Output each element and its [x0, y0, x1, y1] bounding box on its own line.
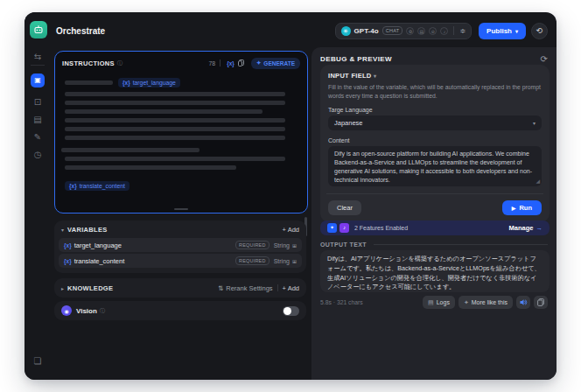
divider — [220, 60, 220, 66]
sidebar-item-monitoring-icon[interactable]: ◷ — [24, 149, 51, 161]
variable-glyph: {x} — [122, 80, 130, 86]
model-switch-icon[interactable]: ⇆ — [24, 51, 51, 63]
logs-button[interactable]: ▤ Logs — [423, 296, 455, 309]
sidebar-item-annotation-icon[interactable]: ✎ — [24, 131, 51, 144]
debug-preview-title: DEBUG & PREVIEW — [320, 55, 392, 63]
resize-handle[interactable] — [174, 208, 188, 210]
desktop: ⇆ ▣ ⊡ ▤ ✎ ◷ ❏ Orchestrate ✳ GPT-4o CHAT … — [0, 0, 581, 392]
instructions-panel[interactable]: INSTRUCTIONS ⓘ 78 {x} ✦ GENERATE { — [54, 51, 308, 214]
redacted-text-line — [61, 148, 200, 152]
publish-label: Publish — [486, 27, 512, 35]
input-field-card: INPUT FIELD ▾ Fill in the value of the v… — [320, 65, 550, 222]
output-text: Difyは、AIアプリケーションを構築するためのオープンソースプラットフォームで… — [327, 255, 541, 290]
chevron-down-icon[interactable]: ▾ — [61, 227, 64, 233]
rail-divider — [31, 65, 45, 66]
copy-prompt-icon[interactable] — [238, 60, 244, 67]
variables-title: VARIABLES — [67, 226, 107, 234]
logs-icon: ▤ — [428, 299, 434, 306]
variable-name: translate_content — [74, 257, 125, 265]
more-like-this-label: More like this — [472, 299, 508, 305]
left-rail: ⇆ ▣ ⊡ ▤ ✎ ◷ ❏ — [24, 12, 51, 380]
content-textarea[interactable]: Dify is an open-source platform for buil… — [328, 146, 542, 186]
app-window: ⇆ ▣ ⊡ ▤ ✎ ◷ ❏ Orchestrate ✳ GPT-4o CHAT … — [24, 12, 556, 380]
redacted-text-line — [65, 165, 236, 170]
redacted-text-line — [65, 157, 285, 161]
clear-button[interactable]: Clear — [328, 200, 361, 215]
variable-settings-icon[interactable]: ⊞ — [292, 258, 297, 264]
generate-label: GENERATE — [263, 60, 295, 66]
text-to-speech-button[interactable] — [516, 296, 530, 309]
target-language-value: Japanese — [334, 119, 363, 127]
prompt-char-count: 78 — [208, 60, 215, 66]
capability-icon-2: ▤ — [417, 27, 425, 35]
app-logo-robot-icon[interactable] — [30, 21, 47, 38]
publish-button[interactable]: Publish ▾ — [479, 23, 526, 39]
redacted-text-line — [65, 118, 285, 122]
copy-icon — [537, 298, 544, 306]
variable-type: String — [274, 258, 290, 264]
manage-features-button[interactable]: Manage — [509, 224, 534, 232]
sidebar-item-orchestrate[interactable]: ▣ — [31, 74, 45, 88]
version-history-button[interactable]: ⟲ — [531, 23, 548, 39]
capability-icon-3: ⊘ — [429, 27, 437, 35]
vision-eye-icon: ◉ — [61, 305, 72, 316]
top-bar: Orchestrate ✳ GPT-4o CHAT ⚙ ▤ ⊘ ♪ ≑ Publ… — [51, 12, 556, 49]
variable-token-target-language[interactable]: {x} target_language — [118, 78, 180, 88]
target-language-label: Targe Language — [328, 107, 542, 113]
variable-glyph: {x} — [64, 242, 72, 248]
vision-toggle[interactable] — [283, 306, 299, 316]
copy-output-button[interactable] — [534, 296, 548, 309]
required-badge: REQUIRED — [235, 256, 270, 265]
variable-token-translate-content[interactable]: {x} translate_content — [65, 181, 130, 191]
insert-variable-icon[interactable]: {x} — [227, 60, 234, 66]
rerank-settings-button[interactable]: Rerank Settings — [226, 284, 272, 292]
output-text-title: OUTPUT TEXT — [320, 242, 367, 248]
variable-row-target-language[interactable]: {x} target_language REQUIRED String ⊞ — [59, 238, 302, 252]
restart-icon[interactable]: ⟳ — [541, 54, 548, 64]
play-icon: ▶ — [512, 205, 516, 211]
feature-icon-2: ♪ — [340, 223, 349, 233]
vision-label: Vision — [76, 307, 97, 315]
redacted-text-line — [65, 101, 285, 105]
add-variable-button[interactable]: + Add — [283, 226, 299, 234]
speaker-icon — [520, 298, 528, 306]
instructions-header: INSTRUCTIONS ⓘ 78 {x} ✦ GENERATE — [55, 54, 307, 72]
divider — [277, 284, 278, 291]
run-label: Run — [519, 204, 532, 212]
generate-button[interactable]: ✦ GENERATE — [251, 58, 300, 69]
feature-icon-1: ✦ — [327, 223, 337, 233]
capability-icon-1: ⚙ — [406, 27, 414, 35]
chevron-down-icon: ▾ — [515, 28, 518, 34]
model-selector[interactable]: ✳ GPT-4o CHAT ⚙ ▤ ⊘ ♪ ≑ — [335, 23, 472, 39]
features-enabled-bar[interactable]: ✦ ♪ 2 Features Enabled Manage → — [320, 220, 550, 235]
input-field-title: INPUT FIELD — [328, 72, 372, 80]
content-label: Content — [328, 137, 542, 144]
variable-row-translate-content[interactable]: {x} translate_content REQUIRED String ⊞ — [59, 254, 302, 268]
add-knowledge-button[interactable]: + Add — [283, 284, 299, 292]
required-badge: REQUIRED — [235, 241, 270, 249]
collapse-panel-icon[interactable]: ❏ — [24, 355, 51, 368]
instructions-title: INSTRUCTIONS — [62, 60, 115, 67]
output-text-card: Difyは、AIアプリケーションを構築するためのオープンソースプラットフォームで… — [320, 250, 550, 292]
robot-icon — [33, 24, 44, 35]
variables-section: ▾ VARIABLES + Add {x} target_language RE… — [54, 220, 306, 273]
divider — [374, 244, 548, 245]
sidebar-item-api-icon[interactable]: ⊡ — [24, 96, 51, 108]
model-name: GPT-4o — [354, 27, 379, 35]
more-like-this-button[interactable]: ✦ More like this — [458, 296, 513, 309]
pill-divider — [453, 26, 454, 35]
run-button[interactable]: ▶ Run — [502, 200, 542, 215]
sidebar-item-logs-icon[interactable]: ▤ — [24, 114, 51, 126]
variable-settings-icon[interactable]: ⊞ — [292, 242, 297, 248]
model-params-icon[interactable]: ≑ — [459, 27, 466, 35]
chevron-right-icon[interactable]: ▸ — [61, 285, 64, 291]
prompt-content[interactable]: {x} target_language {x} translate_conten… — [55, 72, 307, 192]
chevron-down-icon: ▾ — [533, 120, 536, 126]
textarea-resize-icon[interactable]: ◢ — [536, 178, 540, 186]
target-language-select[interactable]: Japanese ▾ — [328, 116, 542, 130]
knowledge-section: ▸ KNOWLEDGE ⇅ Rerank Settings + Add — [54, 278, 306, 298]
vision-section: ◉ Vision ⓘ — [54, 301, 306, 320]
rerank-icon: ⇅ — [218, 284, 223, 292]
input-field-header[interactable]: INPUT FIELD ▾ — [328, 72, 542, 80]
divider — [326, 193, 543, 194]
